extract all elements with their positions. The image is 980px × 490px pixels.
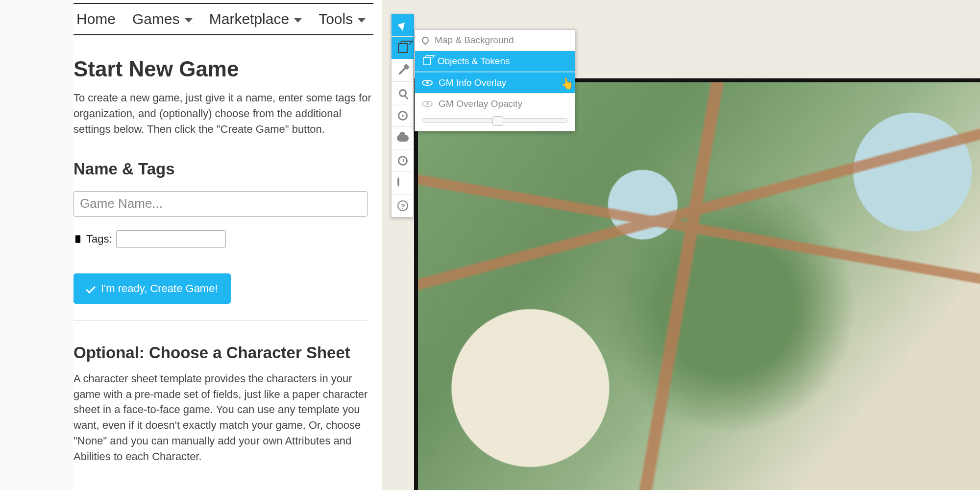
page-title: Start New Game — [74, 57, 373, 81]
tag-icon — [72, 233, 84, 245]
layers-tool[interactable] — [392, 37, 414, 59]
pin-icon — [420, 35, 430, 45]
nav-marketplace[interactable]: Marketplace — [209, 11, 302, 27]
zoom-tool[interactable] — [392, 82, 414, 104]
game-name-input[interactable] — [74, 191, 368, 217]
draw-tool[interactable] — [392, 59, 414, 82]
help-tool[interactable]: ? — [392, 195, 414, 217]
tags-input[interactable] — [116, 230, 226, 248]
d20-icon — [397, 178, 408, 189]
layers-flyout: Map & Background Objects & Tokens GM Inf… — [415, 29, 575, 131]
caret-down-icon — [294, 18, 302, 23]
nav-marketplace-label: Marketplace — [209, 11, 289, 27]
cube-icon — [398, 43, 408, 53]
opacity-label: GM Overlay Opacity — [439, 98, 522, 109]
section-divider — [74, 320, 368, 321]
character-sheet-heading: Optional: Choose a Character Sheet — [74, 343, 373, 362]
cube-icon — [423, 57, 431, 65]
tabletop-editor: ? Map & Background Objects & Tokens GM I… — [382, 0, 980, 490]
character-sheet-desc: A character sheet template provides the … — [74, 371, 373, 465]
create-game-label: I'm ready, Create Game! — [101, 282, 218, 295]
eye-icon — [422, 101, 433, 107]
help-icon: ? — [397, 200, 408, 211]
eye-icon — [422, 80, 433, 86]
name-tags-heading: Name & Tags — [74, 160, 373, 178]
map-viewport[interactable] — [414, 78, 980, 490]
opacity-slider-thumb[interactable] — [492, 116, 503, 126]
nav-tools-label: Tools — [318, 11, 353, 27]
layer-map-background[interactable]: Map & Background — [415, 30, 575, 51]
fog-tool[interactable] — [392, 127, 414, 149]
tags-label: Tags: — [86, 233, 112, 245]
layer-gm-info[interactable]: GM Info Overlay — [415, 72, 575, 94]
layer-label: Objects & Tokens — [438, 56, 510, 67]
measure-tool[interactable] — [392, 104, 414, 127]
layer-objects-tokens[interactable]: Objects & Tokens — [415, 51, 575, 72]
brush-icon — [398, 66, 407, 74]
select-tool[interactable] — [392, 14, 414, 37]
caret-down-icon — [358, 18, 366, 23]
opacity-slider[interactable] — [422, 118, 568, 123]
layer-label: Map & Background — [435, 35, 514, 46]
clock-icon — [398, 156, 408, 166]
cloud-icon — [397, 135, 409, 142]
arrow-icon — [397, 20, 408, 30]
caret-down-icon — [185, 18, 193, 23]
check-icon — [86, 284, 96, 294]
opacity-label-row: GM Overlay Opacity — [415, 94, 575, 114]
opacity-slider-row — [415, 114, 575, 131]
nav-games[interactable]: Games — [132, 11, 193, 27]
map-roads — [418, 82, 980, 490]
nav-games-label: Games — [132, 11, 180, 27]
nav-home-label: Home — [76, 11, 116, 27]
nav-tools[interactable]: Tools — [318, 11, 366, 27]
page-intro: To create a new game, just give it a nam… — [74, 90, 373, 137]
create-game-button[interactable]: I'm ready, Create Game! — [74, 273, 231, 304]
target-icon — [398, 111, 408, 121]
dice-tool[interactable] — [392, 172, 414, 195]
layer-label: GM Info Overlay — [439, 77, 506, 88]
top-nav: Home Games Marketplace Tools — [74, 3, 373, 35]
turn-tracker[interactable] — [392, 149, 414, 172]
nav-home[interactable]: Home — [76, 11, 116, 27]
editor-toolbar: ? — [391, 14, 414, 218]
search-icon — [399, 89, 407, 97]
